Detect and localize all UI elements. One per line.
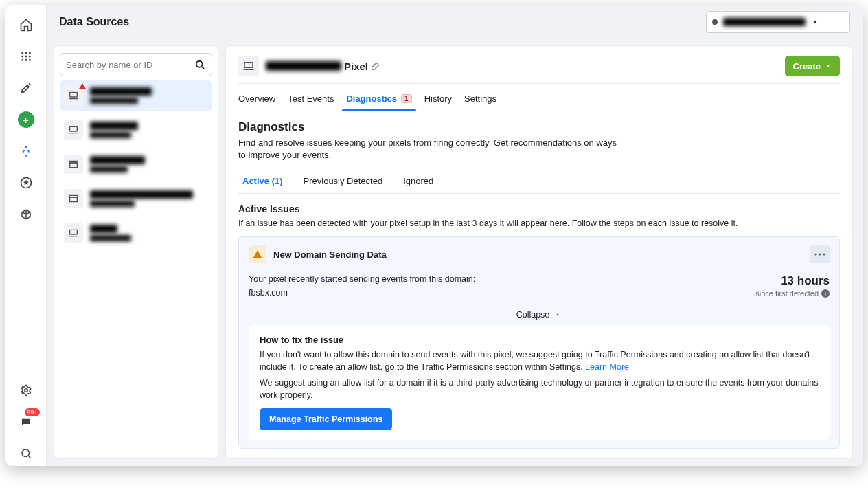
svg-point-3: [21, 56, 23, 58]
svg-rect-16: [244, 63, 253, 68]
data-source-item[interactable]: [60, 149, 212, 179]
laptop-icon: [64, 86, 83, 105]
chevron-up-icon: [553, 311, 562, 319]
svg-point-6: [21, 59, 23, 61]
learn-more-link[interactable]: Learn More: [585, 362, 629, 372]
filter-active[interactable]: Active (1): [238, 170, 287, 193]
page-title: Data Sources: [59, 16, 129, 28]
issue-title: New Domain Sending Data: [273, 249, 387, 260]
svg-point-2: [28, 52, 30, 54]
fix-body-2: We suggest using an allow list for a dom…: [260, 377, 819, 401]
alert-icon: [79, 83, 86, 89]
tools-icon[interactable]: [14, 76, 38, 100]
filter-tab-row: Active (1) Previously Detected Ignored: [238, 170, 840, 194]
tab-diagnostics[interactable]: Diagnostics 1: [346, 89, 411, 111]
add-icon[interactable]: +: [14, 107, 38, 132]
data-source-item[interactable]: [60, 218, 212, 248]
gear-icon[interactable]: [14, 378, 38, 403]
filter-previously[interactable]: Previously Detected: [299, 170, 387, 193]
data-source-item[interactable]: [60, 80, 212, 111]
ellipsis-icon: [814, 253, 825, 256]
filter-ignored[interactable]: Ignored: [399, 170, 437, 193]
star-icon[interactable]: [14, 170, 38, 195]
issue-card: New Domain Sending Data Your pixel recen…: [238, 236, 840, 449]
manage-traffic-button[interactable]: Manage Traffic Permissions: [260, 408, 392, 430]
tab-row: Overview Test Events Diagnostics 1 Histo…: [238, 84, 840, 111]
search-input[interactable]: [66, 60, 194, 70]
caret-down-icon: [825, 63, 832, 69]
store-icon: [64, 189, 83, 208]
home-icon[interactable]: [14, 12, 38, 37]
laptop-icon: [238, 56, 259, 76]
tab-history[interactable]: History: [424, 89, 452, 111]
svg-point-12: [196, 61, 203, 67]
laptop-icon: [64, 223, 83, 243]
search-icon: [194, 58, 206, 71]
svg-point-11: [22, 449, 30, 457]
svg-point-19: [823, 253, 825, 255]
active-issues-title: Active Issues: [238, 203, 840, 214]
data-source-item[interactable]: [60, 183, 212, 214]
tab-test-events[interactable]: Test Events: [288, 89, 334, 111]
issue-domain: fbsbx.com: [249, 288, 735, 298]
svg-point-1: [25, 52, 27, 54]
svg-point-5: [28, 56, 30, 58]
diagnostics-badge: 1: [401, 94, 412, 103]
svg-point-10: [24, 389, 27, 392]
nav-rail: + 99+: [5, 5, 47, 466]
chevron-down-icon: [811, 18, 819, 26]
laptop-icon: [64, 120, 83, 140]
collapse-toggle[interactable]: Collapse: [249, 310, 830, 320]
info-icon[interactable]: i: [821, 289, 830, 298]
data-source-list-column: [47, 38, 225, 466]
svg-point-17: [814, 253, 816, 255]
diagnostics-title: Diagnostics: [238, 120, 840, 134]
store-icon: [64, 155, 83, 174]
create-button[interactable]: Create: [785, 56, 840, 76]
svg-point-4: [25, 56, 27, 58]
topbar: Data Sources: [47, 5, 863, 38]
svg-point-18: [819, 253, 821, 255]
edit-icon[interactable]: [371, 61, 380, 71]
issue-lead: Your pixel recently started sending even…: [249, 274, 735, 284]
cube-icon[interactable]: [14, 202, 38, 227]
data-source-item[interactable]: [60, 115, 212, 145]
tab-settings[interactable]: Settings: [464, 89, 496, 111]
svg-point-7: [25, 59, 27, 61]
diagnostics-desc: Find and resolve issues keeping your pix…: [238, 137, 623, 161]
search-rail-icon[interactable]: [14, 441, 38, 466]
app-window: + 99+ Data Sources: [5, 5, 863, 466]
svg-rect-14: [70, 126, 78, 131]
svg-rect-13: [70, 92, 78, 97]
detail-column: Pixel Create Ove: [225, 38, 863, 466]
main-area: Data Sources: [47, 5, 863, 466]
asset-header: Pixel Create: [238, 56, 840, 84]
warning-icon: [249, 245, 266, 263]
more-button[interactable]: [810, 245, 830, 263]
svg-rect-15: [70, 230, 78, 234]
svg-point-8: [28, 59, 30, 61]
apps-grid-icon[interactable]: [14, 44, 38, 69]
active-issues-desc: If an issue has been detected with your …: [238, 219, 840, 228]
issue-since: since first detected: [755, 289, 819, 298]
fix-title: How to fix the issue: [260, 335, 819, 345]
svg-point-0: [21, 52, 23, 54]
tab-overview[interactable]: Overview: [238, 89, 275, 111]
notifications-icon[interactable]: 99+: [14, 410, 38, 434]
fix-box: How to fix the issue If you don't want t…: [249, 325, 830, 440]
search-input-wrap[interactable]: [60, 53, 212, 76]
data-sources-icon[interactable]: [14, 139, 38, 164]
account-selector[interactable]: [706, 11, 850, 33]
fix-body-1: If you don't want to allow this domain t…: [260, 349, 819, 373]
asset-title: Pixel: [266, 60, 380, 72]
issue-duration: 13 hours: [755, 274, 830, 288]
